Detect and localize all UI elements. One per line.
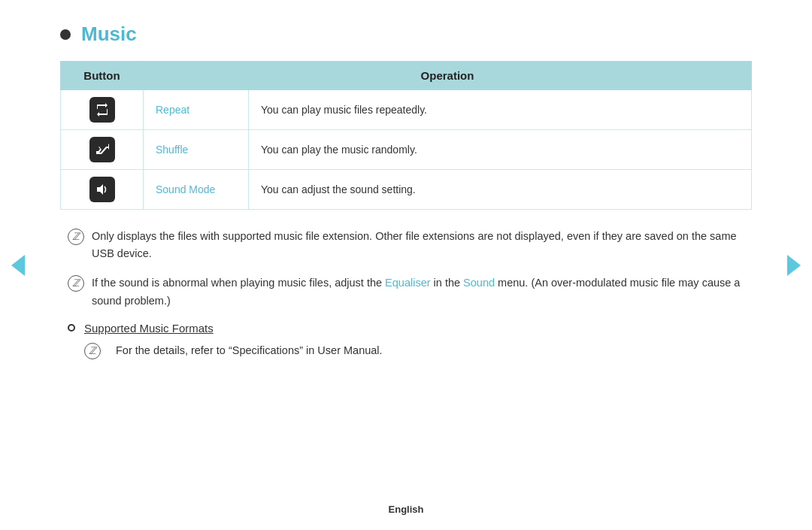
footer: English [0, 504, 812, 515]
note-text-1: Only displays the files with supported m… [92, 228, 752, 262]
note-text-2: If the sound is abnormal when playing mu… [92, 274, 752, 309]
table-cell-icon-soundmode [61, 170, 144, 210]
table-header-operation: Operation [144, 62, 752, 90]
table-cell-op-shuffle: You can play the music randomly. [249, 130, 752, 170]
table-cell-op-repeat: You can play music files repeatedly. [249, 90, 752, 130]
table-row: Shuffle You can play the music randomly. [61, 130, 752, 170]
shuffle-label: Shuffle [156, 144, 188, 156]
supported-title: Supported Music Formats [84, 322, 214, 335]
note-icon-1: ℤ [68, 229, 84, 245]
table-cell-label-repeat: Repeat [144, 90, 249, 130]
music-table: Button Operation Repeat You c [60, 61, 752, 210]
repeat-icon [89, 97, 115, 123]
sound-link[interactable]: Sound [463, 277, 495, 289]
table-cell-label-shuffle: Shuffle [144, 130, 249, 170]
footer-text: English [389, 504, 424, 515]
note-2: ℤ If the sound is abnormal when playing … [60, 274, 752, 309]
title-row: Music [60, 23, 752, 46]
title-bullet [60, 29, 71, 40]
repeat-label: Repeat [156, 104, 189, 116]
supported-note: ℤ For the details, refer to “Specificati… [68, 342, 752, 359]
supported-section: Supported Music Formats ℤ For the detail… [60, 322, 752, 359]
table-header-button: Button [61, 62, 144, 90]
supported-note-text: For the details, refer to “Specification… [116, 342, 383, 359]
sound-mode-label: Sound Mode [156, 183, 215, 195]
supported-bullet [68, 324, 75, 332]
table-row: Sound Mode You can adjust the sound sett… [61, 170, 752, 210]
table-cell-icon-shuffle [61, 130, 144, 170]
table-cell-icon-repeat [61, 90, 144, 130]
sound-mode-icon [89, 177, 115, 202]
svg-marker-0 [97, 184, 103, 195]
table-cell-label-soundmode: Sound Mode [144, 170, 249, 210]
supported-title-row: Supported Music Formats [68, 322, 752, 335]
table-row: Repeat You can play music files repeated… [61, 90, 752, 130]
note-icon-2: ℤ [68, 275, 84, 292]
note-1: ℤ Only displays the files with supported… [60, 228, 752, 262]
page-title: Music [81, 23, 137, 46]
equaliser-link[interactable]: Equaliser [385, 277, 430, 289]
shuffle-icon [89, 137, 115, 162]
note-icon-3: ℤ [84, 343, 101, 359]
table-cell-op-soundmode: You can adjust the sound setting. [249, 170, 752, 210]
